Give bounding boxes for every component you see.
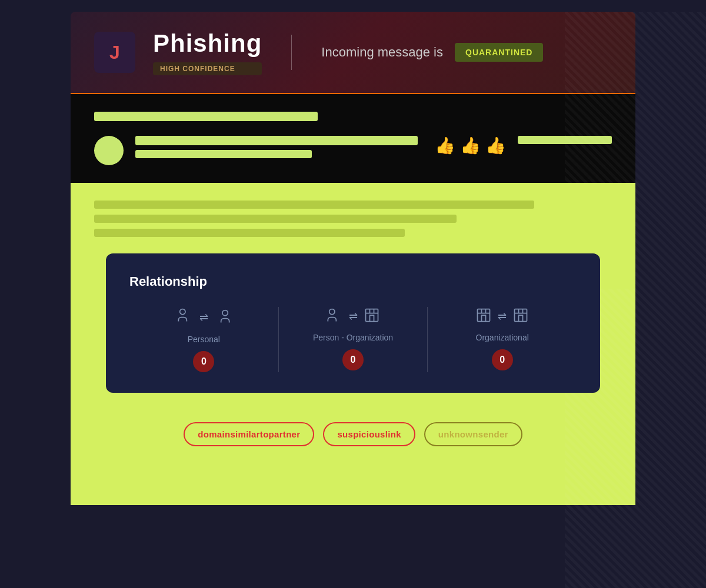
sender-avatar (94, 136, 124, 165)
svg-point-2 (329, 309, 334, 315)
confidence-badge: HIGH CONFIDENCE (153, 62, 262, 75)
page-title: Phishing (153, 29, 262, 58)
building-icon-person-org (364, 307, 380, 326)
tag-domainsimilar[interactable]: domainsimilartopartner (184, 422, 314, 446)
content-line-1 (94, 201, 534, 209)
incoming-label: Incoming message is (321, 45, 443, 60)
thumbs-icon-2[interactable]: 👍 (460, 136, 481, 155)
tag-unknownsender[interactable]: unknownsender (424, 422, 522, 446)
header-section: J Phishing HIGH CONFIDENCE Incoming mess… (71, 12, 635, 93)
relationship-card: Relationship ⇌ (106, 253, 600, 393)
email-subject-bar (94, 112, 318, 121)
personal-label: Personal (188, 335, 220, 344)
building-icon-org-left (475, 307, 492, 326)
tags-row: domainsimilartopartner suspiciouslink un… (71, 405, 635, 458)
person-org-label: Person - Organization (313, 333, 393, 342)
incoming-section: Incoming message is QUARANTINED (321, 43, 543, 62)
svg-point-0 (179, 309, 185, 315)
tag-suspiciouslink[interactable]: suspiciouslink (323, 422, 415, 446)
svg-point-1 (222, 310, 228, 315)
content-line-2 (94, 215, 457, 223)
org-icon-row: ⇌ (475, 307, 529, 326)
status-badge: QUARANTINED (455, 43, 543, 62)
header-divider (291, 35, 292, 70)
relationship-personal[interactable]: ⇌ Personal 0 (129, 307, 279, 372)
content-area: Relationship ⇌ (71, 183, 635, 505)
organizational-count: 0 (492, 349, 513, 370)
relationship-organizational[interactable]: ⇌ Organizational 0 (428, 307, 577, 372)
relationship-person-org[interactable]: ⇌ Person - Organization 0 (279, 307, 428, 372)
organizational-label: Organizational (476, 333, 529, 342)
relationship-grid: ⇌ Personal 0 (129, 307, 577, 372)
content-line-3 (94, 229, 405, 237)
person-icon-left (177, 307, 194, 328)
personal-icon-row: ⇌ (177, 307, 231, 328)
person-icon-person-org (327, 307, 343, 326)
email-details (135, 136, 423, 158)
email-preview-section: 👍 👍 👍 (71, 93, 635, 183)
header-info: Phishing HIGH CONFIDENCE (153, 29, 262, 75)
email-meta-row: 👍 👍 👍 (94, 136, 612, 165)
email-from-bar (135, 136, 406, 145)
person-icon-right (214, 308, 231, 327)
person-org-count: 0 (342, 349, 364, 370)
thumbs-icon-3[interactable]: 👍 (485, 136, 506, 155)
arrows-icon-org: ⇌ (498, 310, 507, 323)
email-to-bar (135, 150, 312, 158)
personal-count: 0 (193, 351, 214, 372)
thumbs-icon-1[interactable]: 👍 (435, 136, 455, 155)
building-icon-org-right (512, 307, 529, 326)
app-container: J Phishing HIGH CONFIDENCE Incoming mess… (0, 12, 706, 588)
arrows-icon-personal: ⇌ (199, 311, 208, 324)
person-org-icon-row: ⇌ (327, 307, 380, 326)
relationship-title: Relationship (129, 274, 577, 289)
avatar: J (94, 32, 135, 73)
arrows-icon-person-org: ⇌ (349, 310, 358, 323)
email-action-icons: 👍 👍 👍 (435, 136, 506, 155)
